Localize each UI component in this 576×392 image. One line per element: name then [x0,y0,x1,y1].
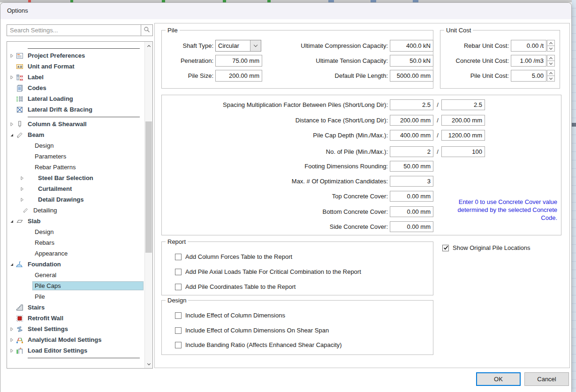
tree-scrollbar[interactable] [144,42,152,368]
checkbox-label: Add Pile Axial Loads Table For Critical … [185,268,361,275]
tree-item-rebars[interactable]: Rebars [7,237,144,248]
expander-expanded-icon[interactable] [9,262,15,267]
tree-item-column-shearwall[interactable]: Column & Shearwall [7,119,144,129]
detailing-icon [21,207,30,214]
top-concrete-cover-field[interactable]: 0.00 mm [390,191,433,202]
include-effect-of-column-dimensions-checkbox[interactable]: Include Effect of Column Dimensions [175,312,285,319]
expander-collapsed-icon[interactable] [9,75,15,80]
tree-item-design[interactable]: Design [7,226,144,237]
retrofit-wall-icon [15,315,24,322]
include-banding-ratio-affects-enhanced-shear-capacity-checkbox[interactable]: Include Banding Ratio (Affects Enhanced … [175,341,342,348]
tree-item-appearance[interactable]: Appearance [7,248,144,259]
concrete-unit-cost-field[interactable]: 1.00 /m3 [511,55,546,67]
tree-item-pile-caps[interactable]: Pile Caps [7,280,144,291]
tree-item-label: Analytical Model Settings [26,336,103,344]
spacing-multiplication-factor-between-piles-short-long-dir-field[interactable]: 2.5 [390,99,433,110]
no-of-pile-min-max-field-2[interactable]: 100 [441,146,485,157]
pile-unit-cost-field[interactable]: 5.00 [511,70,546,82]
tree-item-analytical-model-settings[interactable]: Analytical Model Settings [7,334,144,345]
expander-collapsed-icon[interactable] [19,175,25,181]
tree-item-lateral-drift-bracing[interactable]: Lateral Drift & Bracing [7,104,144,115]
pile-cap-depth-min-max-field[interactable]: 400.00 mm [390,130,433,141]
include-effect-of-column-dimensions-on-shear-span-checkbox[interactable]: Include Effect of Column Dimensions On S… [175,327,329,334]
add-column-forces-table-to-the-report-checkbox[interactable]: Add Column Forces Table to the Report [175,253,292,260]
spin-down-button[interactable] [547,60,555,67]
tree-item-label: Codes [26,84,48,92]
chevron-up-icon [549,72,553,75]
side-concrete-cover-field[interactable]: 0.00 mm [390,221,433,232]
tree-item-foundation[interactable]: Foundation [7,259,144,270]
tree-item-pile[interactable]: Pile [7,291,144,302]
shaft-type-label: Shaft Type: [162,40,213,52]
tree-item-retrofit-wall[interactable]: Retrofit Wall [7,313,144,324]
tree-item-label: Unit and Format [26,62,76,70]
expander-collapsed-icon[interactable] [19,186,25,192]
footing-dimensions-rounding-field[interactable]: 50.00 mm [390,161,433,172]
tree-item-steel-bar-selection[interactable]: Steel Bar Selection [7,173,144,183]
tree-item-label: Design [33,228,55,236]
tree-item-curtailment[interactable]: Curtailment [7,183,144,194]
default-pile-length-label: Default Pile Length: [232,70,388,82]
expander-collapsed-icon[interactable] [9,53,15,59]
tree-item-steel-settings[interactable]: Steel Settings [7,324,144,334]
search-button[interactable] [141,25,152,36]
tree-item-slab[interactable]: Slab [7,216,144,226]
scroll-thumb[interactable] [145,121,152,253]
add-pile-coordinates-table-to-the-report-checkbox[interactable]: Add Pile Coordinates Table to the Report [175,283,296,290]
tree-item-load-editor-settings[interactable]: Load Editor Settings [7,345,144,356]
expander-collapsed-icon[interactable] [9,337,15,343]
distance-to-face-short-long-dir-label: Distance to Face (Short/Long Dir): [162,115,388,126]
design-group: Design Include Effect of Column Dimensio… [161,300,433,355]
tree-item-general[interactable]: General [7,270,144,280]
checkbox [175,284,182,290]
svg-text:xx: xx [20,77,23,81]
spacing-multiplication-factor-between-piles-short-long-dir-field-2[interactable]: 2.5 [441,99,485,110]
expander-collapsed-icon[interactable] [9,348,15,354]
show-original-pile-locations-checkbox[interactable]: Show Original Pile Locations [442,244,530,251]
tree-item-label: Slab [26,217,42,225]
distance-to-face-short-long-dir-field[interactable]: 200.00 mm [390,115,433,126]
beam-icon [15,131,24,139]
tree-item-label: Pile Caps [33,282,143,290]
tree-item-label: Design [33,142,55,150]
spin-down-button[interactable] [547,75,555,82]
tree-item-rebar-patterns[interactable]: Rebar Patterns [7,162,144,173]
spin-down-button[interactable] [547,45,555,52]
codes-icon [15,84,24,92]
tree-item-codes[interactable]: Codes [7,83,144,93]
tree-item-beam[interactable]: Beam [7,129,144,140]
slash-separator: / [435,146,440,157]
ultimate-tension-capacity-field[interactable]: 50.0 kN [390,55,433,67]
expander-collapsed-icon[interactable] [9,326,15,332]
distance-to-face-short-long-dir-field-2[interactable]: 200.00 mm [441,115,485,126]
expander-expanded-icon[interactable] [9,132,15,138]
search-input[interactable] [7,25,141,36]
tree-item-detail-drawings[interactable]: Detail Drawings [7,194,144,205]
tree-item-label[interactable]: xxxxLabel [7,72,144,83]
ok-button[interactable]: OK [476,372,521,386]
tree-item-design[interactable]: Design [7,140,144,151]
cancel-button[interactable]: Cancel [524,372,569,386]
bottom-concrete-cover-field[interactable]: 0.00 mm [390,206,433,217]
tree-item-project-preferences[interactable]: Project Preferences [7,50,144,61]
max-of-optimization-candidates-field[interactable]: 3 [390,176,433,187]
scroll-down-button[interactable] [145,360,152,368]
ultimate-compression-capacity-field[interactable]: 400.0 kN [390,40,433,52]
expander-collapsed-icon[interactable] [9,121,15,127]
expander-expanded-icon[interactable] [9,219,15,224]
rebar-unit-cost-field[interactable]: 0.00 /t [511,40,546,52]
tree-item-stairs[interactable]: Stairs [7,302,144,313]
tree-item-label: Parameters [33,152,68,160]
pile-cap-depth-min-max-field-2[interactable]: 1200.00 mm [441,130,485,141]
default-pile-length-field[interactable]: 5000.00 mm [390,70,433,82]
tree-item-label: Label [26,73,45,81]
expander-collapsed-icon[interactable] [19,197,25,203]
tree-item-unit-and-format[interactable]: #.0Unit and Format [7,61,144,72]
add-pile-axial-loads-table-for-critical-combination-to-the-report-checkbox[interactable]: Add Pile Axial Loads Table For Critical … [175,268,361,275]
tree-item-lateral-loading[interactable]: Lateral Loading [7,93,144,104]
load-editor-icon [15,347,24,354]
scroll-up-button[interactable] [145,42,152,50]
tree-item-detailing[interactable]: Detailing [7,205,144,216]
no-of-pile-min-max-field[interactable]: 2 [390,146,433,157]
tree-item-parameters[interactable]: Parameters [7,151,144,162]
